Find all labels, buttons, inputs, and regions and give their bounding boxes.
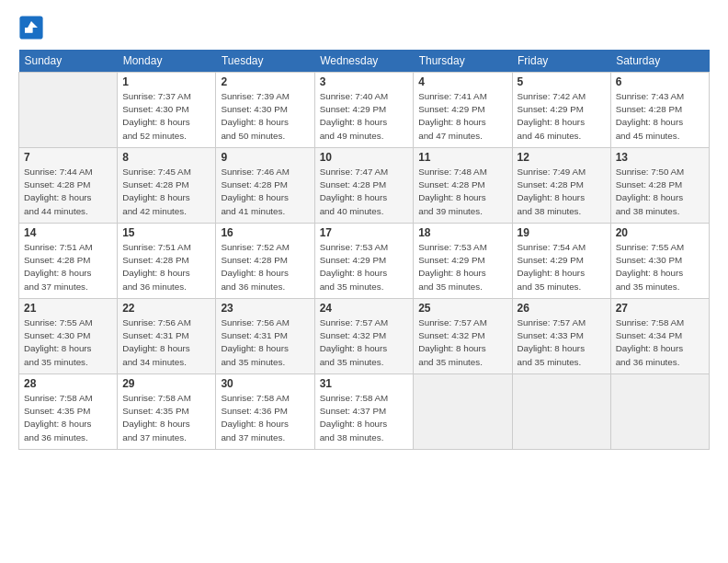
day-number: 11 <box>418 151 506 164</box>
logo-icon <box>18 15 44 40</box>
day-info: Sunrise: 7:44 AM Sunset: 4:28 PM Dayligh… <box>24 166 112 218</box>
calendar-cell: 29Sunrise: 7:58 AM Sunset: 4:35 PM Dayli… <box>118 374 216 450</box>
svg-rect-2 <box>25 28 32 33</box>
calendar-cell: 11Sunrise: 7:48 AM Sunset: 4:28 PM Dayli… <box>414 148 512 224</box>
calendar-cell: 1Sunrise: 7:37 AM Sunset: 4:30 PM Daylig… <box>118 73 216 148</box>
day-number: 31 <box>320 377 409 390</box>
day-info: Sunrise: 7:39 AM Sunset: 4:30 PM Dayligh… <box>221 90 309 143</box>
calendar-cell: 13Sunrise: 7:50 AM Sunset: 4:28 PM Dayli… <box>610 148 709 224</box>
header <box>18 15 710 40</box>
day-number: 20 <box>616 226 704 239</box>
weekday-header-row: SundayMondayTuesdayWednesdayThursdayFrid… <box>19 50 710 73</box>
day-info: Sunrise: 7:58 AM Sunset: 4:37 PM Dayligh… <box>320 392 409 444</box>
day-number: 23 <box>221 302 309 315</box>
day-info: Sunrise: 7:58 AM Sunset: 4:35 PM Dayligh… <box>24 392 112 444</box>
weekday-header-wednesday: Wednesday <box>314 50 414 73</box>
calendar-cell: 16Sunrise: 7:52 AM Sunset: 4:28 PM Dayli… <box>216 224 314 299</box>
calendar-cell: 30Sunrise: 7:58 AM Sunset: 4:36 PM Dayli… <box>216 374 314 450</box>
day-number: 24 <box>320 302 409 315</box>
day-number: 14 <box>24 226 112 239</box>
calendar-cell: 17Sunrise: 7:53 AM Sunset: 4:29 PM Dayli… <box>314 224 414 299</box>
weekday-header-thursday: Thursday <box>414 50 512 73</box>
day-number: 30 <box>221 377 309 390</box>
calendar-cell: 4Sunrise: 7:41 AM Sunset: 4:29 PM Daylig… <box>414 73 512 148</box>
logo <box>18 15 48 40</box>
weekday-header-sunday: Sunday <box>19 50 118 73</box>
day-number: 13 <box>616 151 704 164</box>
day-info: Sunrise: 7:50 AM Sunset: 4:28 PM Dayligh… <box>616 166 704 218</box>
calendar-cell: 7Sunrise: 7:44 AM Sunset: 4:28 PM Daylig… <box>19 148 118 224</box>
calendar-cell: 18Sunrise: 7:53 AM Sunset: 4:29 PM Dayli… <box>414 224 512 299</box>
day-number: 26 <box>518 302 606 315</box>
day-number: 7 <box>24 151 112 164</box>
calendar-cell: 25Sunrise: 7:57 AM Sunset: 4:32 PM Dayli… <box>414 299 512 374</box>
day-number: 5 <box>518 75 606 88</box>
calendar-cell: 26Sunrise: 7:57 AM Sunset: 4:33 PM Dayli… <box>512 299 610 374</box>
day-number: 6 <box>616 75 704 88</box>
calendar-cell <box>414 374 512 450</box>
calendar-cell: 8Sunrise: 7:45 AM Sunset: 4:28 PM Daylig… <box>118 148 216 224</box>
calendar-cell: 20Sunrise: 7:55 AM Sunset: 4:30 PM Dayli… <box>610 224 709 299</box>
day-number: 28 <box>24 377 112 390</box>
day-number: 1 <box>122 75 210 88</box>
calendar-cell: 23Sunrise: 7:56 AM Sunset: 4:31 PM Dayli… <box>216 299 314 374</box>
day-number: 15 <box>122 226 210 239</box>
day-info: Sunrise: 7:48 AM Sunset: 4:28 PM Dayligh… <box>418 166 506 218</box>
calendar-cell <box>610 374 709 450</box>
day-info: Sunrise: 7:40 AM Sunset: 4:29 PM Dayligh… <box>320 90 409 143</box>
calendar-cell: 31Sunrise: 7:58 AM Sunset: 4:37 PM Dayli… <box>314 374 414 450</box>
day-number: 19 <box>518 226 606 239</box>
calendar-cell: 10Sunrise: 7:47 AM Sunset: 4:28 PM Dayli… <box>314 148 414 224</box>
calendar-cell <box>19 73 118 148</box>
day-info: Sunrise: 7:42 AM Sunset: 4:29 PM Dayligh… <box>518 90 606 143</box>
day-info: Sunrise: 7:55 AM Sunset: 4:30 PM Dayligh… <box>616 241 704 293</box>
day-info: Sunrise: 7:57 AM Sunset: 4:32 PM Dayligh… <box>418 316 506 369</box>
day-number: 12 <box>518 151 606 164</box>
weekday-header-monday: Monday <box>118 50 216 73</box>
day-number: 18 <box>418 226 506 239</box>
calendar-cell <box>512 374 610 450</box>
week-row-4: 28Sunrise: 7:58 AM Sunset: 4:35 PM Dayli… <box>19 374 710 450</box>
day-info: Sunrise: 7:51 AM Sunset: 4:28 PM Dayligh… <box>122 241 210 293</box>
day-number: 27 <box>616 302 704 315</box>
calendar-cell: 21Sunrise: 7:55 AM Sunset: 4:30 PM Dayli… <box>19 299 118 374</box>
weekday-header-saturday: Saturday <box>610 50 709 73</box>
day-number: 3 <box>320 75 409 88</box>
week-row-0: 1Sunrise: 7:37 AM Sunset: 4:30 PM Daylig… <box>19 73 710 148</box>
day-info: Sunrise: 7:55 AM Sunset: 4:30 PM Dayligh… <box>24 316 112 369</box>
week-row-2: 14Sunrise: 7:51 AM Sunset: 4:28 PM Dayli… <box>19 224 710 299</box>
day-info: Sunrise: 7:58 AM Sunset: 4:36 PM Dayligh… <box>221 392 309 444</box>
day-number: 21 <box>24 302 112 315</box>
day-number: 4 <box>418 75 506 88</box>
day-info: Sunrise: 7:58 AM Sunset: 4:35 PM Dayligh… <box>122 392 210 444</box>
day-number: 29 <box>122 377 210 390</box>
day-info: Sunrise: 7:57 AM Sunset: 4:32 PM Dayligh… <box>320 316 409 369</box>
calendar-cell: 27Sunrise: 7:58 AM Sunset: 4:34 PM Dayli… <box>610 299 709 374</box>
calendar-cell: 24Sunrise: 7:57 AM Sunset: 4:32 PM Dayli… <box>314 299 414 374</box>
week-row-1: 7Sunrise: 7:44 AM Sunset: 4:28 PM Daylig… <box>19 148 710 224</box>
calendar-cell: 2Sunrise: 7:39 AM Sunset: 4:30 PM Daylig… <box>216 73 314 148</box>
day-number: 9 <box>221 151 309 164</box>
calendar-cell: 14Sunrise: 7:51 AM Sunset: 4:28 PM Dayli… <box>19 224 118 299</box>
calendar-cell: 3Sunrise: 7:40 AM Sunset: 4:29 PM Daylig… <box>314 73 414 148</box>
day-info: Sunrise: 7:58 AM Sunset: 4:34 PM Dayligh… <box>616 316 704 369</box>
calendar-cell: 15Sunrise: 7:51 AM Sunset: 4:28 PM Dayli… <box>118 224 216 299</box>
day-info: Sunrise: 7:51 AM Sunset: 4:28 PM Dayligh… <box>24 241 112 293</box>
calendar-table: SundayMondayTuesdayWednesdayThursdayFrid… <box>18 50 710 450</box>
day-info: Sunrise: 7:37 AM Sunset: 4:30 PM Dayligh… <box>122 90 210 143</box>
day-info: Sunrise: 7:54 AM Sunset: 4:29 PM Dayligh… <box>518 241 606 293</box>
day-info: Sunrise: 7:52 AM Sunset: 4:28 PM Dayligh… <box>221 241 309 293</box>
calendar-cell: 6Sunrise: 7:43 AM Sunset: 4:28 PM Daylig… <box>610 73 709 148</box>
day-info: Sunrise: 7:47 AM Sunset: 4:28 PM Dayligh… <box>320 166 409 218</box>
day-number: 25 <box>418 302 506 315</box>
day-info: Sunrise: 7:56 AM Sunset: 4:31 PM Dayligh… <box>122 316 210 369</box>
day-number: 10 <box>320 151 409 164</box>
weekday-header-tuesday: Tuesday <box>216 50 314 73</box>
day-info: Sunrise: 7:53 AM Sunset: 4:29 PM Dayligh… <box>418 241 506 293</box>
calendar-cell: 5Sunrise: 7:42 AM Sunset: 4:29 PM Daylig… <box>512 73 610 148</box>
calendar-cell: 9Sunrise: 7:46 AM Sunset: 4:28 PM Daylig… <box>216 148 314 224</box>
calendar-cell: 12Sunrise: 7:49 AM Sunset: 4:28 PM Dayli… <box>512 148 610 224</box>
day-info: Sunrise: 7:43 AM Sunset: 4:28 PM Dayligh… <box>616 90 704 143</box>
week-row-3: 21Sunrise: 7:55 AM Sunset: 4:30 PM Dayli… <box>19 299 710 374</box>
calendar-cell: 28Sunrise: 7:58 AM Sunset: 4:35 PM Dayli… <box>19 374 118 450</box>
